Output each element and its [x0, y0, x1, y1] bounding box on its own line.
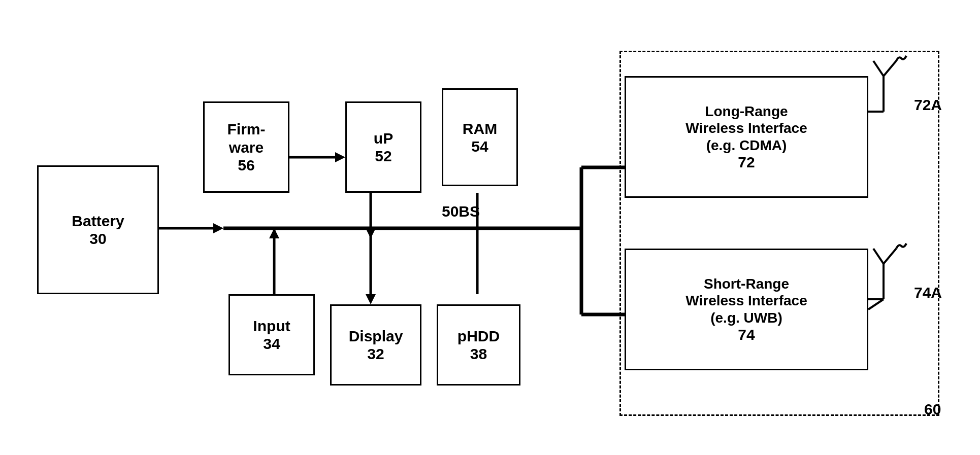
- svg-marker-3: [335, 152, 345, 162]
- svg-line-18: [873, 61, 884, 76]
- svg-line-22: [873, 249, 884, 264]
- long-range-label: Long-RangeWireless Interface(e.g. CDMA): [685, 103, 807, 154]
- input-label: Input: [253, 317, 290, 335]
- ram-num: 54: [471, 138, 488, 155]
- ram-label: RAM: [463, 120, 497, 138]
- svg-marker-8: [269, 228, 279, 238]
- battery-num: 30: [89, 230, 106, 248]
- diagram: Battery 30 Firm-ware 56 uP 52 RAM 54 Inp…: [0, 0, 980, 455]
- bus-label: 50BS: [442, 203, 480, 220]
- uP-block: uP 52: [345, 101, 421, 193]
- ram-block: RAM 54: [442, 88, 518, 186]
- svg-marker-10: [366, 294, 376, 304]
- pHDD-num: 38: [470, 345, 487, 363]
- antenna-74A-label: 74A: [914, 284, 942, 301]
- uP-label: uP: [374, 129, 393, 148]
- pHDD-block: pHDD 38: [437, 304, 520, 386]
- short-range-num: 74: [738, 326, 755, 343]
- outer-box-label: 60: [924, 401, 941, 418]
- display-num: 32: [367, 345, 384, 363]
- battery-block: Battery 30: [37, 165, 159, 294]
- long-range-block: Long-RangeWireless Interface(e.g. CDMA) …: [625, 76, 868, 198]
- uP-num: 52: [375, 148, 391, 165]
- short-range-label: Short-RangeWireless Interface(e.g. UWB): [685, 275, 807, 327]
- input-num: 34: [263, 335, 280, 353]
- svg-line-19: [884, 61, 896, 76]
- firmware-block: Firm-ware 56: [203, 101, 289, 193]
- pHDD-label: pHDD: [458, 327, 500, 345]
- svg-marker-1: [213, 223, 223, 233]
- svg-marker-6: [366, 228, 376, 238]
- short-range-block: Short-RangeWireless Interface(e.g. UWB) …: [625, 249, 868, 370]
- antenna-72A: [868, 51, 914, 117]
- antenna-72A-label: 72A: [914, 96, 942, 114]
- input-block: Input 34: [228, 294, 315, 375]
- antenna-74A: [868, 238, 914, 304]
- battery-label: Battery: [72, 212, 124, 230]
- display-label: Display: [349, 327, 403, 345]
- svg-line-23: [884, 249, 896, 264]
- long-range-num: 72: [738, 154, 755, 171]
- firmware-num: 56: [238, 157, 254, 174]
- firmware-label: Firm-ware: [227, 120, 266, 157]
- display-block: Display 32: [330, 304, 421, 386]
